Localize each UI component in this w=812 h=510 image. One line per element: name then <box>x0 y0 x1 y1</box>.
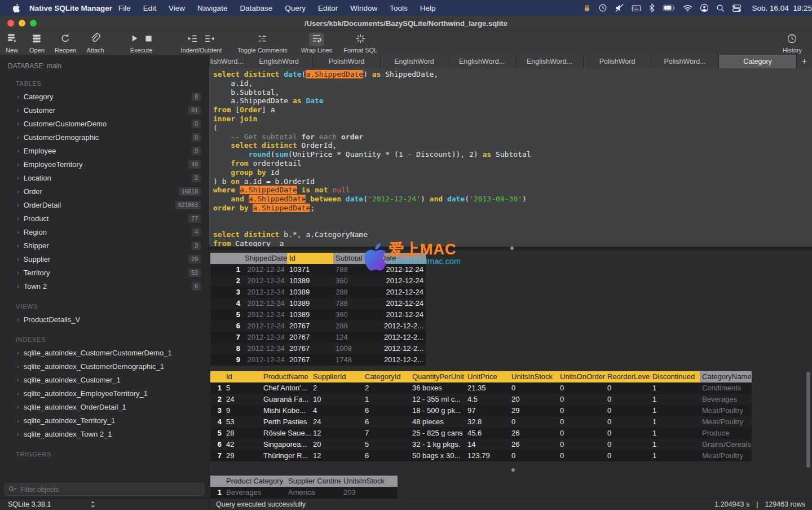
data-cell[interactable]: 2012-12-24 <box>378 287 426 298</box>
data-cell[interactable]: Rössle Saue... <box>261 428 311 439</box>
data-cell[interactable]: 7 <box>363 428 410 439</box>
data-cell[interactable]: 24 <box>224 394 261 405</box>
sidebar-item-order[interactable]: ›Order16818 <box>0 184 209 198</box>
indent-icon[interactable] <box>187 34 198 45</box>
sidebar-item-orderdetail[interactable]: ›OrderDetail621883 <box>0 198 209 212</box>
sidebar-item-sqlite_autoindex_employeeterritory_1[interactable]: ›sqlite_autoindex_EmployeeTerritory_1 <box>0 386 209 400</box>
data-cell[interactable]: 0 <box>558 383 605 394</box>
data-cell[interactable]: 0 <box>605 394 650 405</box>
data-cell[interactable]: 6 <box>363 416 410 428</box>
data-cell[interactable]: 14 <box>465 439 509 450</box>
sidebar-item-employee[interactable]: ›Employee9 <box>0 144 209 157</box>
data-cell[interactable]: 4 <box>311 405 363 416</box>
column-header-ProductName[interactable]: ProductName <box>261 371 311 383</box>
keyboard-icon[interactable] <box>632 4 641 12</box>
column-header-CategoryName[interactable]: CategoryName <box>700 371 752 383</box>
toggle-comments-button[interactable]: Toggle Comments <box>237 33 288 54</box>
column-header-Id[interactable]: Id <box>287 253 333 264</box>
data-cell[interactable]: America <box>286 487 341 498</box>
column-header-CategoryId[interactable]: CategoryId <box>363 371 410 383</box>
sidebar-item-sqlite_autoindex_orderdetail_1[interactable]: ›sqlite_autoindex_OrderDetail_1 <box>0 400 209 414</box>
bluetooth-icon[interactable] <box>648 3 655 12</box>
data-cell[interactable]: 1 <box>650 428 700 439</box>
data-cell[interactable]: 2 <box>311 383 363 394</box>
data-cell[interactable]: 48 pieces <box>410 416 465 428</box>
data-cell[interactable]: 0 <box>558 394 605 405</box>
data-cell[interactable]: 2012-12-24 <box>242 343 287 354</box>
column-header-UnitsInStock[interactable]: UnitsInStock <box>341 476 398 487</box>
data-cell[interactable]: 0 <box>558 428 605 439</box>
data-cell[interactable]: 53 <box>224 416 261 428</box>
data-cell[interactable]: 2012-12-24 <box>378 275 426 287</box>
sidebar-item-shipper[interactable]: ›Shipper3 <box>0 239 209 252</box>
filter-objects-field[interactable] <box>19 485 200 494</box>
data-cell[interactable]: 45.6 <box>465 428 509 439</box>
data-cell[interactable]: 360 <box>333 275 378 287</box>
tab-englishword--4[interactable]: EnglishWord... <box>448 55 516 68</box>
app-menu[interactable]: Native SQLite Manager <box>29 4 112 12</box>
data-cell[interactable]: 12 <box>311 450 363 461</box>
menu-help[interactable]: Help <box>414 4 442 12</box>
sidebar-item-category[interactable]: ›Category8 <box>0 90 209 103</box>
column-header-Discontinued[interactable]: Discontinued <box>650 371 700 383</box>
sidebar-item-region[interactable]: ›Region4 <box>0 225 209 239</box>
menu-database[interactable]: Database <box>233 4 279 12</box>
sidebar-item-location[interactable]: ›Location2 <box>0 171 209 184</box>
attach-button[interactable]: Attach <box>86 33 104 54</box>
sidebar-item-town-2[interactable]: ›Town 26 <box>0 279 209 293</box>
column-header-QuantityPerUnit[interactable]: QuantityPerUnit <box>410 371 465 383</box>
data-cell[interactable]: 5 <box>363 439 410 450</box>
data-cell[interactable]: Meat/Poultry <box>700 416 752 428</box>
tab-polishword--7[interactable]: PolishWord... <box>651 55 719 68</box>
minimize-window-button[interactable] <box>19 20 25 27</box>
column-header-rownum[interactable] <box>210 476 224 487</box>
column-header-rownum[interactable] <box>210 371 224 383</box>
data-cell[interactable]: 18 - 500 g pk... <box>410 405 465 416</box>
data-cell[interactable]: 0 <box>605 416 650 428</box>
sidebar-item-sqlite_autoindex_territory_1[interactable]: ›sqlite_autoindex_Territory_1 <box>0 414 209 427</box>
user-icon[interactable] <box>700 3 709 12</box>
data-cell[interactable]: 2012-12-24 <box>378 309 426 320</box>
execute-button[interactable]: Execute <box>130 33 153 54</box>
reopen-button[interactable]: Reopen <box>55 33 77 54</box>
column-header-SupplierId[interactable]: SupplierId <box>311 371 363 383</box>
mute-icon[interactable] <box>615 3 624 12</box>
data-cell[interactable]: 50 bags x 30... <box>410 450 465 461</box>
notch-app-icon[interactable] <box>583 4 591 12</box>
data-cell[interactable]: 1 <box>650 383 700 394</box>
data-cell[interactable]: Meat/Poultry <box>700 405 752 416</box>
format-sql-button[interactable]: Format SQL <box>343 33 377 54</box>
menu-window[interactable]: Window <box>344 4 383 12</box>
data-cell[interactable]: 6 <box>363 405 410 416</box>
data-cell[interactable]: 288 <box>333 287 378 298</box>
data-cell[interactable]: 28 <box>224 428 261 439</box>
menu-query[interactable]: Query <box>279 4 312 12</box>
column-header-ReorderLevel[interactable]: ReorderLevel <box>605 371 650 383</box>
sidebar-item-supplier[interactable]: ›Supplier29 <box>0 252 209 266</box>
sidebar-item-customercustomerdemo[interactable]: ›CustomerCustomerDemo0 <box>0 117 209 130</box>
sidebar-item-productdetails_v[interactable]: ›ProductDetails_V <box>0 313 209 326</box>
column-header-UnitPrice[interactable]: UnitPrice <box>465 371 509 383</box>
menubar-clock[interactable]: Sob. 16.04 18:25 <box>752 4 812 12</box>
data-cell[interactable]: 4.5 <box>465 394 509 405</box>
data-cell[interactable]: 20767 <box>287 354 333 366</box>
data-cell[interactable]: 9 <box>224 405 261 416</box>
data-cell[interactable]: 2012-12-24 <box>242 287 287 298</box>
data-cell[interactable]: Beverages <box>224 487 286 498</box>
tab-category-8[interactable]: Category <box>719 55 797 68</box>
results-splitter-handle[interactable] <box>511 468 515 472</box>
sql-editor[interactable]: select distinct date(a.ShippedDate) as S… <box>209 68 812 247</box>
data-cell[interactable]: 1008 <box>333 343 378 354</box>
data-cell[interactable]: Produce <box>700 428 752 439</box>
data-cell[interactable]: 32.8 <box>465 416 509 428</box>
data-cell[interactable]: 1 <box>650 439 700 450</box>
tab-englishword-1[interactable]: EnglishWord <box>245 55 313 68</box>
data-cell[interactable]: 20 <box>311 439 363 450</box>
data-cell[interactable]: 2012-12-24 <box>242 354 287 366</box>
sidebar-item-customer[interactable]: ›Customer91 <box>0 103 209 117</box>
menu-view[interactable]: View <box>162 4 191 12</box>
data-cell[interactable]: 36 boxes <box>410 383 465 394</box>
open-button[interactable]: Open <box>29 33 45 54</box>
filter-objects-input[interactable] <box>5 483 204 496</box>
sidebar-item-sqlite_autoindex_customer_1[interactable]: ›sqlite_autoindex_Customer_1 <box>0 373 209 386</box>
